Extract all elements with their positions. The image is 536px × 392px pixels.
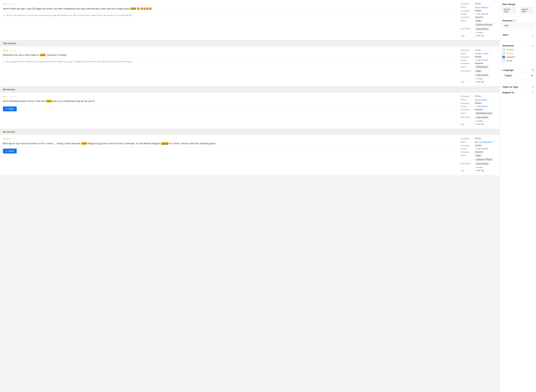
date-from[interactable]: Oct 24, 2023 [502,7,516,14]
sentiment-positive-checkbox[interactable] [502,48,505,51]
review-dots-menu[interactable]: ··· [454,149,457,153]
review-dots-menu[interactable]: ··· [454,107,457,110]
version-link[interactable]: + Link Account [475,59,488,61]
reply-button[interactable]: ↩ Reply [3,149,17,154]
reply-button[interactable]: ↩ Reply [3,107,17,111]
cust-topics-row: Cust TopicsLong reviews+ Create [461,162,497,168]
topic-badge[interactable]: Bugs [475,154,482,157]
star-icon: ★ [3,137,5,140]
review-dots-menu[interactable]: ··· [454,14,457,17]
language-close-icon[interactable]: × [532,69,533,71]
meta-label: Language [461,56,475,58]
topic-badge[interactable]: Camera & Photos [475,158,493,161]
add-tag-button[interactable]: + Add Tag [475,123,484,125]
cust-topic-badge[interactable]: Long reviews [475,162,489,165]
sentiment-close-icon[interactable]: × [532,44,533,47]
cust-topic-badge[interactable]: Long reviews [475,116,489,119]
cust-topic-badge[interactable]: Long reviews [475,74,489,76]
version-link[interactable]: + Link Account [475,148,488,150]
star-icon: ★ [8,137,11,140]
reply-preview: ↩ Uh oh! I am extremely sorry to hear yo… [3,14,454,17]
sentiment-positive-label: Positive [506,48,514,51]
review-meta: Published11 JanAuthorKaustuv Gupta ↗Lang… [461,49,497,84]
version-link[interactable]: + Link Account [475,13,488,15]
star-icon: ★ [3,95,5,98]
meta-value: Kaustuv Gupta ↗ [475,52,490,55]
topic-badge[interactable]: Bugs [475,19,482,22]
review-text: Best App to scan any documents or ID's n… [3,142,457,145]
cust-topic-badge[interactable]: Bugs [475,70,482,72]
meta-label: Version [461,148,475,150]
star-icon: ★ [3,49,5,52]
meta-row: AuthorVinay Indoriya ↗ [461,6,497,9]
filter-sidebar: Date Range Oct 24, 2023 → Jan 22, 2024 K… [500,0,536,392]
date-to[interactable]: Jan 22, 2024 [520,7,533,14]
tags-label: Tags [461,169,475,172]
meta-label: Sentiment [461,62,475,65]
topics-row: TopicsPerformance [461,65,497,69]
language-section: Language × English Spanish French German… [502,69,533,81]
meta-value: + Link Account [475,148,488,150]
topics-value: BugsCamera & Photos [475,154,497,161]
published-date: 05 Jan [475,137,481,140]
cust-topic-badge[interactable]: Long reviews [475,28,489,30]
author-name[interactable]: MR. CHOUDHARY ↗ [475,141,494,143]
language-title: Language × [502,69,533,71]
topics-tags-label: Topics & Tags [502,86,518,88]
review-meta: Published05 JanAuthorMR. CHOUDHARY ↗Lang… [461,137,497,173]
cust-topics-row: Cust TopicsLong reviews+ Create [461,116,497,122]
meta-label: Language [461,9,475,12]
meta-row: LanguageEnglish [461,144,497,147]
create-cust-topic[interactable]: + Create [475,78,483,80]
create-cust-topic[interactable]: + Create [475,31,483,34]
meta-value: Vinay Indoriya ↗ [475,6,490,9]
create-cust-topic[interactable]: + Create [475,120,483,122]
version-link[interactable]: + Link Account [475,105,488,107]
cust-topics-value: Long reviews+ Create [475,28,497,34]
add-tag-button[interactable]: + Add Tag [475,34,484,37]
sentiment-neutral-checkbox[interactable] [502,52,505,55]
topic-badge[interactable]: Camera & Photos [475,23,493,26]
topics-label: Topics [461,154,475,156]
meta-label: Published [461,137,475,140]
author-name[interactable]: Happy Happy ↗ [475,99,489,101]
keyword-input[interactable] [502,23,533,28]
sentiment-negative-label: Negative [506,56,515,58]
language-select[interactable]: English Spanish French German Portuguese [502,73,533,78]
topic-badge[interactable]: Performance [475,65,489,68]
cust-topics-value: Long reviews+ Create [475,116,497,122]
create-cust-topic[interactable]: + Create [475,166,483,168]
meta-value: 06 Jan [475,95,481,97]
keyword-help-icon[interactable]: ? [513,19,516,22]
replied-to-section[interactable]: Replied To + [502,89,533,95]
topic-badge[interactable]: Dissatisfied users [475,112,493,115]
date-range-title: Date Range [502,3,533,6]
review-meta: Published16 JanAuthorVinay Indoriya ↗Lan… [461,3,497,38]
add-tag-button[interactable]: + Add Tag [475,81,484,83]
keyword-highlight: save [40,54,46,56]
review-dots-menu[interactable]: ··· [454,60,457,63]
review-text: Whenever the size is big it failes to sa… [3,53,457,57]
cust-topics-value: BugsLong reviews+ Create [475,70,497,80]
meta-label: Author [461,98,475,101]
topics-label: Topics [461,19,475,22]
language-value: English [475,102,481,104]
topics-row: TopicsBugsCamera & Photos [461,19,497,27]
stars-expand-icon[interactable]: + [532,34,533,37]
replied-to-label: Replied To [502,91,514,94]
author-name[interactable]: Kaustuv Gupta ↗ [475,52,490,55]
sentiment-mixed-checkbox[interactable] [502,59,505,62]
star-icon: ★ [6,95,8,98]
sentiment-negative-checkbox[interactable] [502,56,505,58]
meta-value: Negative [475,16,483,18]
topics-value: Performance [475,65,490,69]
meta-value: 11 Jan [475,49,481,51]
tags-row: Tags+ Add Tag [461,34,497,37]
cust-topics-label: Cust Topics [461,162,475,165]
add-tag-button[interactable]: + Add Tag [475,169,484,172]
meta-row: LanguageEnglish [461,9,497,12]
reply-btn-icon: ↩ [5,107,7,110]
author-name[interactable]: Vinay Indoriya ↗ [475,6,490,9]
topics-tags-section[interactable]: Topics & Tags + [502,84,533,89]
meta-value: MR. CHOUDHARY ↗ [475,141,494,143]
